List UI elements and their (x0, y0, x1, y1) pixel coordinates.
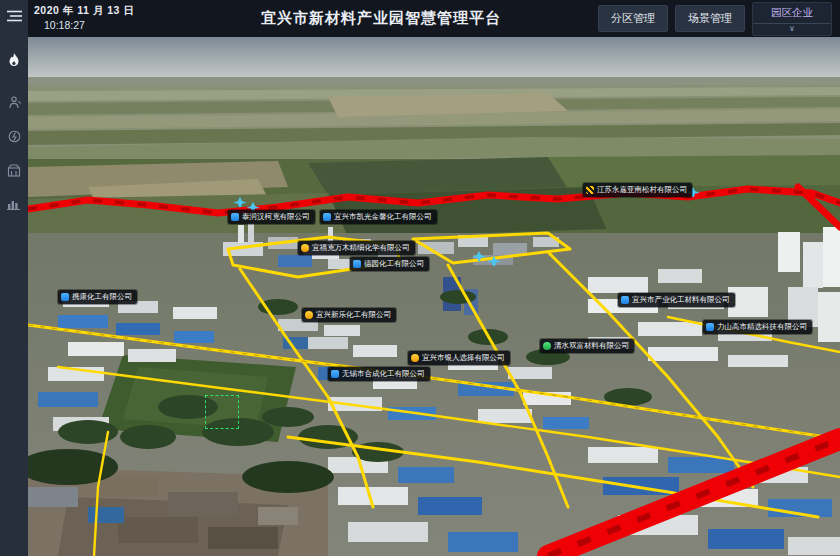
company-label[interactable]: 江苏永嘉亚南松村有限公司 (583, 183, 692, 197)
company-label[interactable]: 清水双富材料有限公司 (540, 339, 634, 353)
current-time: 10:18:27 (34, 20, 204, 32)
factory-icon (331, 370, 339, 378)
company-name: 宜福克万木精细化学有限公司 (312, 243, 410, 253)
company-label[interactable]: 宜兴新乐化工有限公司 (302, 308, 396, 322)
company-name: 力山高市精选科技有限公司 (717, 322, 807, 332)
park-enterprise-dropdown[interactable]: 园区企业 ∨ (752, 2, 832, 36)
company-label[interactable]: 力山高市精选科技有限公司 (703, 320, 812, 334)
enterprise-icon[interactable] (0, 157, 28, 183)
factory-icon (61, 293, 69, 301)
company-label[interactable]: 德园化工有限公司 (350, 257, 429, 271)
factory-icon (621, 296, 629, 304)
company-name: 宜兴市银人选择有限公司 (422, 353, 505, 363)
company-name: 清水双富材料有限公司 (554, 341, 629, 351)
plane-marker[interactable] (487, 256, 501, 266)
map-3d-canvas[interactable]: 携康化工有限公司 泰润汉柯克有限公司 宜兴市凯光金馨化工有限公司 宜福克万木精细… (28, 37, 840, 556)
dropdown-label: 园区企业 (771, 5, 813, 23)
scene-manage-button[interactable]: 场景管理 (675, 5, 745, 32)
sidebar (0, 0, 28, 556)
factory-icon (323, 213, 331, 221)
top-bar: 2020 年 11 月 13 日 10:18:27 宜兴市新材料产业园智慧管理平… (28, 0, 840, 37)
factory-icon (231, 213, 239, 221)
statistics-icon[interactable] (0, 191, 28, 217)
plane-marker[interactable] (472, 251, 486, 261)
factory-icon (353, 260, 361, 268)
company-name: 江苏永嘉亚南松村有限公司 (597, 185, 687, 195)
eco-icon (543, 342, 551, 350)
personnel-icon[interactable] (0, 89, 28, 115)
warning-icon (586, 186, 594, 194)
company-name: 无锡市合成化工有限公司 (342, 369, 425, 379)
header-actions: 分区管理 场景管理 园区企业 ∨ (598, 2, 840, 36)
factory-icon (706, 323, 714, 331)
company-name: 宜兴市凯光金馨化工有限公司 (334, 212, 432, 222)
alert-icon (301, 244, 309, 252)
company-label[interactable]: 宜兴市银人选择有限公司 (408, 351, 510, 365)
company-name: 德园化工有限公司 (364, 259, 424, 269)
plane-marker[interactable] (233, 197, 247, 207)
company-label[interactable]: 宜兴市产业化工材料有限公司 (618, 293, 735, 307)
datetime-block: 2020 年 11 月 13 日 10:18:27 (28, 5, 204, 31)
page-title: 宜兴市新材料产业园智慧管理平台 (204, 9, 598, 28)
company-label[interactable]: 泰润汉柯克有限公司 (228, 210, 315, 224)
company-label[interactable]: 宜兴市凯光金馨化工有限公司 (320, 210, 437, 224)
smart-park-platform: 2020 年 11 月 13 日 10:18:27 宜兴市新材料产业园智慧管理平… (0, 0, 840, 556)
menu-icon[interactable] (0, 3, 28, 29)
company-name: 携康化工有限公司 (72, 292, 132, 302)
company-label[interactable]: 携康化工有限公司 (58, 290, 137, 304)
alert-icon (305, 311, 313, 319)
company-name: 宜兴新乐化工有限公司 (316, 310, 391, 320)
current-date: 2020 年 11 月 13 日 (34, 5, 204, 17)
company-name: 泰润汉柯克有限公司 (242, 212, 310, 222)
alert-icon (411, 354, 419, 362)
chevron-down-icon: ∨ (789, 24, 795, 34)
company-label[interactable]: 宜福克万木精细化学有限公司 (298, 241, 415, 255)
fire-monitor-icon[interactable] (0, 47, 28, 73)
selection-box (205, 395, 239, 429)
zone-manage-button[interactable]: 分区管理 (598, 5, 668, 32)
energy-icon[interactable] (0, 123, 28, 149)
company-label[interactable]: 无锡市合成化工有限公司 (328, 367, 430, 381)
company-name: 宜兴市产业化工材料有限公司 (632, 295, 730, 305)
